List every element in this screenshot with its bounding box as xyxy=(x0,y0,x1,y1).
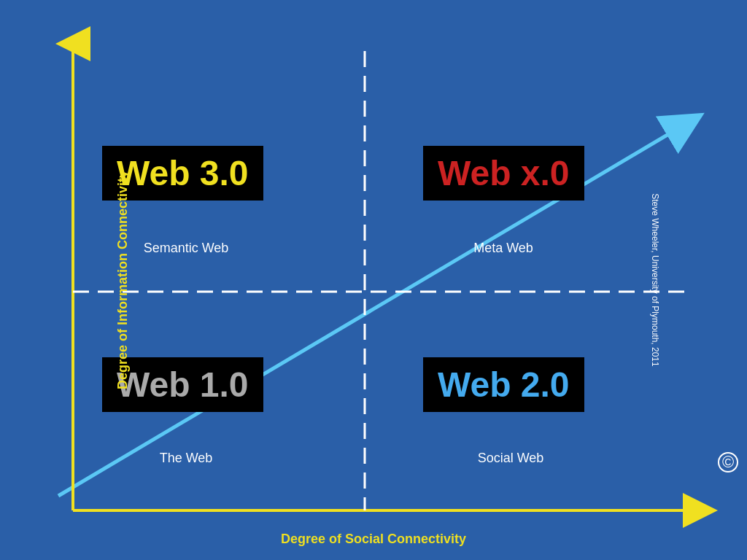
cc-icon: © xyxy=(718,452,738,472)
x-axis-label: Degree of Social Connectivity xyxy=(281,532,466,547)
copyright-text: Steve Wheeler, University of Plymouth, 2… xyxy=(649,193,659,366)
web-2-label: Web 2.0 xyxy=(438,365,570,404)
web-x-sublabel: Meta Web xyxy=(430,241,576,256)
web-x-box: Web x.0 xyxy=(423,146,584,201)
web-3-sublabel: Semantic Web xyxy=(113,241,259,256)
web-1-label: Web 1.0 xyxy=(117,365,249,404)
web-2-box: Web 2.0 xyxy=(423,357,584,412)
web-2-sublabel: Social Web xyxy=(430,451,591,466)
web-3-label: Web 3.0 xyxy=(117,154,249,192)
web-x-label: Web x.0 xyxy=(438,154,570,192)
y-axis-label: Degree of Information Connectivity xyxy=(115,171,131,389)
web-1-sublabel: The Web xyxy=(113,451,259,466)
